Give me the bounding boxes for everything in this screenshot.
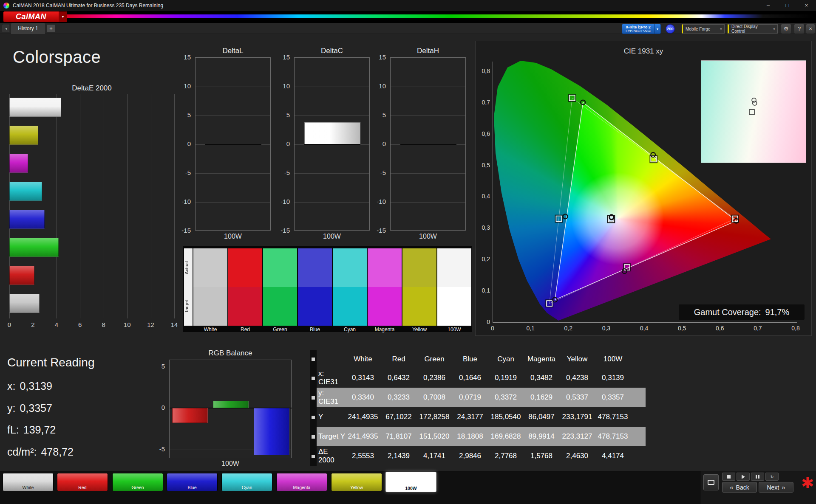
gridline	[295, 115, 369, 116]
column-header: Magenta	[524, 355, 559, 363]
maximize-button[interactable]: □	[778, 0, 797, 11]
stop-icon	[727, 475, 731, 479]
whitepoint-inset-markers	[701, 61, 806, 163]
deltal-x-label: 100W	[195, 233, 271, 240]
gridline	[80, 94, 80, 318]
column-header: Green	[416, 355, 452, 363]
source-select-dropdown[interactable]: Mobile Forge ▼	[682, 24, 725, 34]
patch-button-yellow[interactable]: Yellow	[331, 473, 382, 491]
patch-label: Yellow	[402, 327, 436, 332]
logo-menu-button[interactable]: ▼	[59, 11, 67, 22]
next-button[interactable]: Next »	[759, 482, 793, 493]
back-button[interactable]: « Back	[722, 482, 757, 493]
patch-button-blue[interactable]: Blue	[167, 473, 218, 491]
deltac-x-label: 100W	[294, 233, 370, 240]
bar-100w	[304, 122, 360, 144]
y-axis-tick-label: 0	[176, 140, 191, 147]
table-row: Target Y241,493571,8107151,502018,180816…	[317, 427, 646, 446]
close-icon: ×	[809, 25, 812, 32]
rgb-balance-x-label: 100W	[169, 460, 292, 467]
patch-target-green	[263, 287, 297, 326]
patch-actual-100w	[437, 248, 471, 287]
tab-bar: ◄ History 1 + X-Rite i1Pro 2 LCD Direct …	[0, 23, 816, 34]
meter-select-button[interactable]: X-Rite i1Pro 2 LCD Direct View ▼	[622, 24, 661, 34]
patch-button-label: Magenta	[277, 485, 327, 490]
meter-status-badge[interactable]: 200	[666, 24, 675, 34]
patch-button-magenta[interactable]: Magenta	[276, 473, 327, 491]
pause-icon	[756, 475, 759, 479]
gridline	[196, 115, 270, 116]
patch-label: Cyan	[333, 327, 367, 332]
table-cell: 0,2386	[416, 374, 452, 382]
y-axis-tick-label: 0,3	[476, 224, 490, 231]
pause-button[interactable]	[751, 473, 764, 481]
patch-button-white[interactable]: White	[3, 473, 54, 491]
table-row: y: CIE310,33400,32330,70080,07190,33720,…	[317, 388, 646, 407]
close-button[interactable]: ×	[797, 0, 816, 11]
y-axis-tick-label: 15	[371, 53, 386, 61]
patch-column-white: White	[193, 248, 227, 332]
close-workflow-button[interactable]: ×	[806, 24, 815, 34]
row-label: y: CIE31	[317, 389, 345, 406]
gridline	[196, 202, 270, 203]
gridline	[104, 94, 104, 318]
table-cell: 0,7008	[416, 393, 452, 402]
table-cell: 0,1646	[452, 374, 488, 382]
table-cell: 2,1439	[381, 452, 416, 460]
screen-layout-button[interactable]	[703, 474, 719, 490]
reading-x-label: x:	[7, 380, 15, 392]
table-body: x: CIE310,31430,64320,23860,16460,19190,…	[317, 368, 646, 466]
minimize-icon: –	[767, 2, 770, 8]
table-cell: 86,0497	[524, 413, 559, 421]
add-tab-button[interactable]: +	[47, 25, 55, 32]
table-cell: 0,3357	[595, 393, 631, 402]
settings-button[interactable]: ⚙	[781, 24, 791, 34]
deltac-chart-title: DeltaC	[294, 47, 370, 55]
bar-green	[213, 401, 249, 408]
row-marker	[312, 358, 315, 361]
patch-column-blue: Blue	[298, 248, 332, 332]
x-axis-tick-label: 12	[146, 321, 156, 328]
patch-button-red[interactable]: Red	[57, 473, 108, 491]
display-control-dropdown[interactable]: Direct Display Control ▼	[728, 24, 778, 34]
maximize-icon: □	[786, 2, 789, 8]
deltae-bar-100w	[9, 98, 61, 117]
table-cell: 0,6432	[381, 374, 416, 382]
current-reading-title: Current Reading	[7, 356, 94, 369]
y-axis-tick-label: 0,6	[476, 130, 490, 137]
patch-compare-strip: Actual Target WhiteRedGreenBlueCyanMagen…	[183, 246, 472, 332]
y-axis-tick-label: 0	[275, 140, 290, 147]
tab-history-1[interactable]: History 1	[11, 23, 45, 34]
patch-button-cyan[interactable]: Cyan	[221, 473, 272, 491]
y-axis-tick-label: 0	[150, 404, 165, 411]
refresh-button[interactable]: ↻	[765, 473, 779, 481]
patch-label: 100W	[437, 327, 471, 332]
y-axis-tick-label: -10	[176, 198, 191, 205]
y-axis-tick-label: 10	[176, 82, 191, 90]
patch-actual-white	[193, 248, 227, 287]
y-axis-tick-label: -5	[150, 445, 165, 453]
patch-button-green[interactable]: Green	[112, 473, 163, 491]
help-button[interactable]: ?	[794, 24, 805, 34]
calman-logo[interactable]: CalMAN ▼	[3, 11, 67, 22]
gamut-coverage-label: Gamut Coverage:	[694, 307, 761, 317]
x-axis-tick-label: 0	[4, 321, 14, 328]
column-header: Cyan	[488, 355, 524, 363]
deltae-bar-white	[9, 294, 40, 313]
reading-x-value: 0,3139	[20, 380, 52, 392]
collapse-panel-button[interactable]: ◄	[3, 25, 9, 32]
table-row: Y241,493567,1022172,825824,3177185,05408…	[317, 407, 646, 427]
reading-cdm2-value: 478,72	[41, 446, 73, 458]
zero-line	[400, 144, 456, 145]
minimize-button[interactable]: –	[759, 0, 778, 11]
patch-button-label: Cyan	[222, 485, 272, 490]
stop-button[interactable]	[722, 473, 735, 481]
deltae-bar-cyan	[9, 182, 42, 201]
patch-column-100w: 100W	[437, 248, 471, 332]
header-band: CalMAN ▼	[0, 11, 816, 23]
table-cell: 0,1919	[488, 374, 524, 382]
column-header: Yellow	[559, 355, 595, 363]
cie-chart-title: CIE 1931 xy	[476, 47, 811, 56]
patch-button-100w[interactable]: 100W	[385, 472, 436, 492]
play-button[interactable]	[737, 473, 750, 481]
